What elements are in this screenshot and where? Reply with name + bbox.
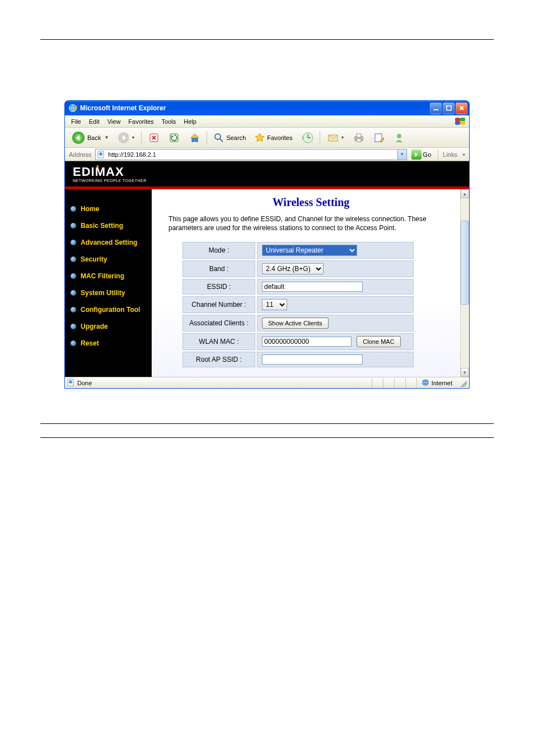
menu-file[interactable]: File <box>67 117 85 126</box>
print-button[interactable] <box>349 131 367 144</box>
sidebar: Home Basic Setting Advanced Setting Secu… <box>65 189 152 377</box>
favorites-button[interactable]: Favorites <box>251 132 296 144</box>
search-button[interactable]: Search <box>210 132 249 144</box>
address-label: Address <box>67 151 93 158</box>
stop-icon <box>148 132 160 143</box>
search-icon <box>214 133 224 143</box>
menu-edit[interactable]: Edit <box>85 117 104 126</box>
vertical-scrollbar[interactable]: ▴ ▾ <box>460 189 469 377</box>
svg-rect-2 <box>447 106 451 110</box>
close-button[interactable] <box>456 102 467 114</box>
address-input[interactable]: http://192.168.2.1 <box>95 149 397 160</box>
page-description: This page allows you to define ESSID, an… <box>165 214 457 232</box>
select-channel[interactable]: 11 <box>262 299 287 310</box>
settings-form: Mode : Universal Repeater Band : 2.4 GHz… <box>181 240 415 369</box>
menu-view[interactable]: View <box>104 117 125 126</box>
history-button[interactable] <box>298 131 316 144</box>
bullet-icon <box>71 307 76 312</box>
page-icon <box>97 150 106 159</box>
mail-button[interactable]: ▾ <box>324 131 347 144</box>
nav-advanced-setting[interactable]: Advanced Setting <box>65 234 152 251</box>
status-text: Done <box>77 380 92 386</box>
bullet-icon <box>71 324 76 329</box>
label-root-ssid: Root AP SSID : <box>182 352 255 367</box>
forward-icon <box>118 132 129 143</box>
forward-button[interactable]: ▾ <box>114 131 138 144</box>
svg-point-18 <box>69 380 72 384</box>
addressbar: Address http://192.168.2.1 ▼ Go Links » <box>65 148 469 161</box>
scroll-down-icon[interactable]: ▾ <box>461 368 469 377</box>
maximize-button[interactable] <box>443 102 455 114</box>
bullet-icon <box>71 273 76 279</box>
windows-flag-icon <box>453 116 467 127</box>
address-url: http://192.168.2.1 <box>108 151 156 158</box>
stop-button[interactable] <box>145 131 163 144</box>
bullet-icon <box>71 256 76 262</box>
messenger-icon <box>393 132 404 143</box>
svg-point-16 <box>99 152 102 156</box>
input-root-ssid[interactable] <box>262 354 363 365</box>
bullet-icon <box>71 223 76 228</box>
internet-zone-icon <box>421 379 429 388</box>
address-dropdown[interactable]: ▼ <box>398 149 407 160</box>
svg-point-7 <box>215 134 221 139</box>
menu-tools[interactable]: Tools <box>158 117 180 126</box>
brand-logo: EDIMAX • <box>73 166 147 178</box>
minimize-button[interactable] <box>430 102 442 114</box>
select-band[interactable]: 2.4 GHz (B+G) <box>262 263 324 274</box>
bullet-icon <box>71 290 76 296</box>
nav-basic-setting[interactable]: Basic Setting <box>65 217 152 234</box>
ie-window: Microsoft Internet Explorer File Edit Vi… <box>64 100 470 389</box>
back-button[interactable]: Back ▼ <box>68 130 112 146</box>
refresh-button[interactable] <box>165 131 183 144</box>
select-mode[interactable]: Universal Repeater <box>262 245 357 256</box>
links-label[interactable]: Links <box>443 151 458 158</box>
svg-rect-11 <box>357 134 361 137</box>
star-icon <box>255 133 265 143</box>
toolbar: Back ▼ ▾ <box>65 128 469 148</box>
input-wlan-mac[interactable] <box>262 337 352 347</box>
home-icon <box>189 132 200 143</box>
home-button[interactable] <box>185 131 203 144</box>
bullet-icon <box>71 340 76 346</box>
page-title: Wireless Setting <box>165 196 457 209</box>
security-zone: Internet <box>416 378 457 388</box>
nav-configuration-tool[interactable]: Configuration Tool <box>65 301 152 318</box>
brand-tagline: NETWORKING PEOPLE TOGETHER <box>73 179 147 183</box>
scroll-thumb[interactable] <box>461 221 469 305</box>
refresh-icon <box>168 132 180 143</box>
label-wlan-mac: WLAN MAC : <box>182 333 255 350</box>
nav-security[interactable]: Security <box>65 251 152 268</box>
bullet-icon <box>71 240 76 245</box>
chevron-down-icon: ▼ <box>104 135 109 140</box>
brand-header: EDIMAX • NETWORKING PEOPLE TOGETHER <box>65 161 469 189</box>
mail-icon <box>327 132 338 143</box>
resize-grip-icon[interactable] <box>459 379 467 387</box>
nav-system-utility[interactable]: System Utility <box>65 284 152 301</box>
menu-favorites[interactable]: Favorites <box>124 117 157 126</box>
scroll-up-icon[interactable]: ▴ <box>461 189 469 198</box>
nav-upgrade[interactable]: Upgrade <box>65 318 152 335</box>
nav-reset[interactable]: Reset <box>65 335 152 352</box>
window-title: Microsoft Internet Explorer <box>80 104 166 112</box>
menu-help[interactable]: Help <box>180 117 200 126</box>
menubar: File Edit View Favorites Tools Help <box>65 115 469 128</box>
bullet-icon <box>71 206 76 212</box>
label-clients: Associated Clients : <box>182 315 255 332</box>
nav-mac-filtering[interactable]: MAC Filtering <box>65 268 152 284</box>
edit-button[interactable] <box>369 131 387 144</box>
messenger-button[interactable] <box>390 131 407 144</box>
go-button[interactable]: Go <box>409 150 434 160</box>
main-panel: Wireless Setting This page allows you to… <box>152 189 469 377</box>
show-active-clients-button[interactable]: Show Active Clients <box>262 318 329 329</box>
label-mode: Mode : <box>182 242 255 259</box>
statusbar: Done Internet <box>65 377 469 388</box>
print-icon <box>353 132 364 143</box>
back-icon <box>72 131 85 144</box>
clone-mac-button[interactable]: Clone MAC <box>357 336 400 347</box>
links-chevron-icon[interactable]: » <box>461 152 467 157</box>
input-essid[interactable] <box>262 282 363 292</box>
history-icon <box>302 132 313 143</box>
nav-home[interactable]: Home <box>65 200 152 217</box>
chevron-down-icon: ▾ <box>132 135 134 140</box>
